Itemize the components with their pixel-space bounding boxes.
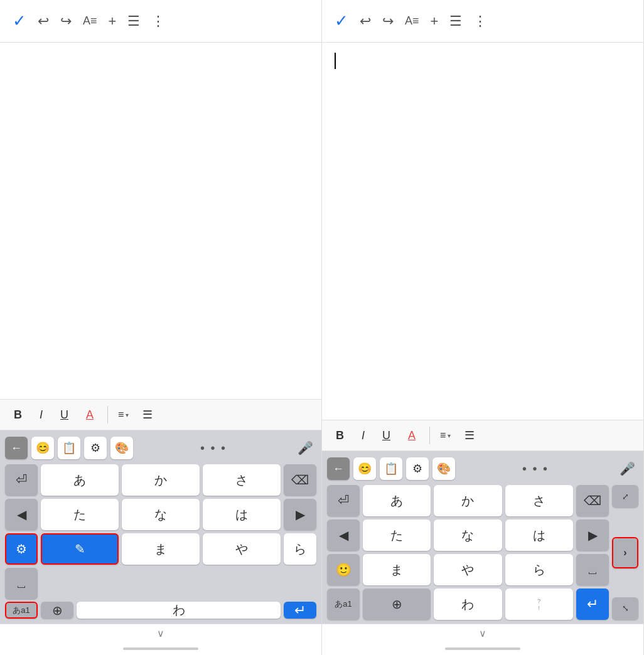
- align-button[interactable]: ≡ ▾: [118, 409, 129, 420]
- palette-icon: 🎨: [115, 441, 129, 455]
- expand-key-outlined[interactable]: ›: [612, 537, 638, 568]
- expand-key-top[interactable]: ⤢: [612, 485, 638, 508]
- right-key-ya[interactable]: や: [434, 554, 502, 585]
- right-left-arrow-key[interactable]: ◀: [327, 519, 360, 551]
- enter-key-bottom[interactable]: ↵: [284, 602, 316, 619]
- left-text-area[interactable]: [0, 43, 321, 399]
- right-key-na[interactable]: な: [434, 519, 502, 551]
- right-key-a[interactable]: あ: [363, 485, 431, 516]
- clipboard-button[interactable]: 📋: [58, 437, 80, 459]
- back-arrow-button[interactable]: ←: [5, 437, 28, 459]
- key-wa[interactable]: わ: [77, 602, 281, 619]
- underline-button[interactable]: U: [56, 406, 72, 424]
- space-key-right[interactable]: ⎵: [5, 568, 38, 599]
- check-icon[interactable]: ✓: [13, 11, 26, 31]
- bold-button[interactable]: B: [10, 406, 26, 424]
- key-ta[interactable]: た: [41, 499, 119, 530]
- key-ra[interactable]: ら: [284, 533, 316, 565]
- right-add-icon[interactable]: +: [431, 13, 439, 29]
- enter-key-top[interactable]: ⏎: [5, 464, 38, 496]
- key-ya[interactable]: や: [203, 533, 281, 565]
- right-key-ka[interactable]: か: [434, 485, 502, 516]
- list-button[interactable]: ☰: [139, 405, 156, 424]
- right-back-arrow-button[interactable]: ←: [327, 457, 350, 480]
- right-punct-key[interactable]: ? !: [505, 588, 573, 620]
- delete-key[interactable]: ⌫: [284, 464, 316, 496]
- right-key-ra[interactable]: ら: [505, 554, 573, 585]
- right-settings-button[interactable]: ⚙: [406, 457, 429, 480]
- globe-key[interactable]: ⊕: [41, 602, 73, 619]
- key-na[interactable]: な: [122, 499, 200, 530]
- right-globe-key[interactable]: ⊕: [363, 588, 431, 620]
- right-emoji-face-key[interactable]: 🙂: [327, 554, 360, 585]
- add-icon[interactable]: +: [109, 13, 117, 29]
- right-check-icon[interactable]: ✓: [335, 11, 348, 31]
- right-lang-key[interactable]: あa1: [327, 588, 360, 620]
- right-key-ma[interactable]: ま: [363, 554, 431, 585]
- right-mic-button[interactable]: 🎤: [616, 457, 638, 480]
- right-key-ha[interactable]: は: [505, 519, 573, 551]
- left-bottom-row: あa1 ⊕ わ ↵: [3, 600, 319, 621]
- right-space-key[interactable]: ⎵: [576, 554, 609, 585]
- edit-key-outlined[interactable]: ✎: [41, 533, 119, 565]
- emoji-button[interactable]: 😊: [31, 437, 54, 459]
- key-sa[interactable]: さ: [203, 464, 281, 496]
- right-dots-button[interactable]: • • •: [459, 462, 612, 476]
- right-key-ta[interactable]: た: [363, 519, 431, 551]
- right-home-bar: [445, 647, 520, 650]
- right-dots-icon: • • •: [522, 462, 549, 476]
- right-clipboard-button[interactable]: 📋: [380, 457, 402, 480]
- right-delete-key[interactable]: ⌫: [576, 485, 609, 516]
- right-comment-icon[interactable]: ☰: [449, 13, 462, 29]
- right-list-button[interactable]: ☰: [461, 426, 478, 445]
- settings-key-outlined[interactable]: ⚙: [5, 533, 38, 565]
- settings-button[interactable]: ⚙: [84, 437, 107, 459]
- right-align-button[interactable]: ≡ ▾: [440, 430, 451, 441]
- right-chevron-down-icon: ∨: [479, 627, 486, 639]
- comment-icon[interactable]: ☰: [127, 13, 140, 29]
- mic-button[interactable]: 🎤: [294, 437, 316, 459]
- right-key-wa[interactable]: わ: [434, 588, 502, 620]
- text-format-icon[interactable]: A≡: [83, 14, 97, 28]
- right-emoji-button[interactable]: 😊: [353, 457, 376, 480]
- right-key-sa[interactable]: さ: [505, 485, 573, 516]
- right-font-color-button[interactable]: A: [404, 427, 419, 445]
- right-underline-button[interactable]: U: [378, 427, 394, 445]
- undo-icon[interactable]: ↩: [38, 13, 49, 29]
- right-redo-icon[interactable]: ↪: [382, 13, 394, 29]
- right-arrow-key[interactable]: ▶: [284, 499, 316, 530]
- key-ha[interactable]: は: [203, 499, 281, 530]
- right-undo-icon[interactable]: ↩: [360, 13, 371, 29]
- key-ka[interactable]: か: [122, 464, 200, 496]
- left-arrow-key[interactable]: ◀: [5, 499, 38, 530]
- redo-icon[interactable]: ↪: [60, 13, 72, 29]
- right-chevron-bar[interactable]: ∨: [322, 624, 643, 642]
- key-a[interactable]: あ: [41, 464, 119, 496]
- right-bold-button[interactable]: B: [332, 427, 348, 445]
- dots-icon: • • •: [200, 441, 227, 455]
- right-enter-key-bottom[interactable]: ↵: [576, 588, 609, 620]
- palette-button[interactable]: 🎨: [110, 437, 133, 459]
- right-palette-button[interactable]: 🎨: [432, 457, 455, 480]
- right-expand-column: ⤢ › ⤡: [612, 485, 638, 620]
- key-ma[interactable]: ま: [122, 533, 200, 565]
- right-enter-key-top[interactable]: ⏎: [327, 485, 360, 516]
- right-emoji-icon: 😊: [358, 462, 372, 476]
- left-chevron-bar[interactable]: ∨: [0, 624, 321, 642]
- left-input-tools: ← 😊 📋 ⚙ 🎨 • • • 🎤: [3, 434, 319, 463]
- shrink-key-bottom[interactable]: ⤡: [612, 597, 638, 620]
- italic-button[interactable]: I: [36, 406, 46, 424]
- right-text-area[interactable]: [322, 43, 643, 420]
- right-right-arrow-key[interactable]: ▶: [576, 519, 609, 551]
- clipboard-icon: 📋: [62, 441, 76, 455]
- font-color-button[interactable]: A: [82, 406, 97, 424]
- lang-key-outlined[interactable]: あa1: [5, 602, 38, 619]
- right-mic-icon: 🎤: [620, 461, 635, 476]
- dots-button[interactable]: • • •: [137, 441, 290, 455]
- right-toolbar: ✓ ↩ ↪ A≡ + ☰ ⋮: [322, 0, 643, 43]
- right-more-icon[interactable]: ⋮: [473, 13, 487, 29]
- edit-key-icon: ✎: [75, 541, 85, 556]
- more-icon[interactable]: ⋮: [151, 13, 165, 29]
- right-italic-button[interactable]: I: [358, 427, 368, 445]
- right-text-format-icon[interactable]: A≡: [405, 14, 419, 28]
